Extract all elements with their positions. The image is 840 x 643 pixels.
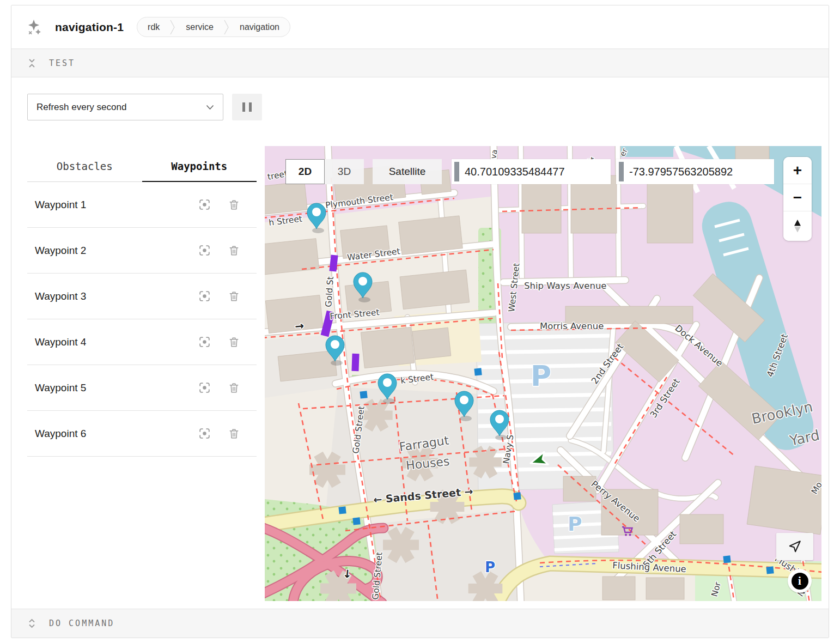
zoom-out-button[interactable]: − [783,184,812,211]
obstacle-marker [351,354,359,371]
focus-icon [198,427,211,440]
tab-obstacles[interactable]: Obstacles [27,146,142,182]
map-3d-button[interactable]: 3D [325,159,364,184]
focus-waypoint-button[interactable] [196,196,214,214]
focus-waypoint-button[interactable] [196,379,214,397]
focus-icon [198,244,211,257]
pause-icon [242,102,245,112]
breadcrumb-separator-icon [170,17,175,37]
locate-button[interactable] [776,533,813,560]
waypoint-label: Waypoint 5 [35,382,196,394]
drag-handle[interactable] [619,162,624,181]
waypoint-label: Waypoint 1 [35,199,196,211]
collapse-icon [27,58,36,68]
focus-waypoint-button[interactable] [196,287,214,305]
map-mode-switch: 2D 3D Satellite [285,159,442,184]
compass-icon [790,218,805,234]
svg-text:→: → [294,319,305,333]
waypoint-label: Waypoint 6 [35,428,196,440]
map-info-button[interactable]: i [788,569,812,593]
panel-tabs: Obstacles Waypoints [27,146,257,182]
do-command-section-header[interactable]: DO COMMAND [11,609,829,638]
svg-text:P: P [531,360,551,392]
svg-text:va: va [489,149,499,159]
trash-icon [228,244,240,257]
page-title: navigation-1 [55,21,124,34]
focus-waypoint-button[interactable] [196,241,214,259]
zoom-in-button[interactable]: + [783,157,812,184]
map-zoom-controls: + − [783,157,812,241]
waypoint-row: Waypoint 5 [27,365,257,411]
breadcrumb-separator-icon [224,17,229,37]
breadcrumb-item: rdk [137,17,170,37]
focus-waypoint-button[interactable] [196,424,214,442]
focus-icon [198,289,211,303]
focus-icon [198,335,211,349]
delete-waypoint-button[interactable] [226,379,242,397]
longitude-field [616,159,774,184]
delete-waypoint-button[interactable] [226,242,242,259]
waypoint-label: Waypoint 4 [35,336,196,348]
waypoint-label: Waypoint 3 [35,290,196,302]
chevron-down-icon [206,105,214,110]
navigation-arrow-icon [788,539,802,554]
map-canvas[interactable]: treeth StreetPlymouth StreetWater Street… [265,146,821,601]
satellite-button[interactable]: Satellite [373,159,442,184]
breadcrumb: rdk service navigation [137,17,290,37]
compass-button[interactable] [783,211,812,241]
focus-waypoint-button[interactable] [196,333,214,351]
refresh-rate-select[interactable]: Refresh every second [27,94,223,120]
waypoints-panel: Obstacles Waypoints Waypoint 1 [27,146,257,601]
pause-icon [249,102,252,112]
waypoint-label: Waypoint 2 [35,245,196,257]
trash-icon [228,381,240,395]
refresh-controls: Refresh every second [11,77,829,137]
do-command-label: DO COMMAND [49,618,114,628]
map-2d-button[interactable]: 2D [285,159,325,184]
latitude-input[interactable] [465,166,611,178]
waypoint-row: Waypoint 6 [27,411,257,457]
trash-icon [228,290,240,303]
svg-text:P: P [568,513,582,535]
delete-waypoint-button[interactable] [226,333,242,351]
main-content: Obstacles Waypoints Waypoint 1 [11,137,829,609]
card-header: navigation-1 rdk service navigation [11,5,829,48]
latitude-field [452,159,611,184]
breadcrumb-item: navigation [229,17,290,37]
svg-text:Morris Avenue: Morris Avenue [540,321,604,331]
delete-waypoint-button[interactable] [226,288,242,305]
longitude-input[interactable] [629,166,774,178]
map: treeth StreetPlymouth StreetWater Street… [265,146,821,601]
drag-handle[interactable] [454,162,459,181]
waypoint-row: Waypoint 1 [27,182,257,228]
trash-icon [228,198,240,211]
tab-waypoints[interactable]: Waypoints [142,146,257,182]
delete-waypoint-button[interactable] [226,425,242,442]
pause-refresh-button[interactable] [232,94,262,120]
delete-waypoint-button[interactable] [226,196,242,214]
svg-text:→: → [341,569,355,579]
svg-text:P: P [485,559,495,575]
svg-text:Ship Ways Avenue: Ship Ways Avenue [524,281,607,291]
trash-icon [228,336,240,349]
test-section-header[interactable]: TEST [11,48,829,77]
trash-icon [228,427,240,440]
waypoint-row: Waypoint 2 [27,228,257,274]
navigation-card: navigation-1 rdk service navigation TEST… [11,5,829,638]
expand-icon [27,618,36,628]
waypoint-list: Waypoint 1 Waypoint 2 [27,182,257,457]
test-section-label: TEST [49,58,75,68]
waypoint-row: Waypoint 4 [27,319,257,365]
info-icon: i [792,573,808,590]
focus-icon [198,198,211,211]
breadcrumb-item: service [175,17,224,37]
refresh-rate-value: Refresh every second [36,102,206,113]
waypoint-row: Waypoint 3 [27,274,257,319]
navigation-service-icon [27,19,43,35]
focus-icon [198,381,211,395]
